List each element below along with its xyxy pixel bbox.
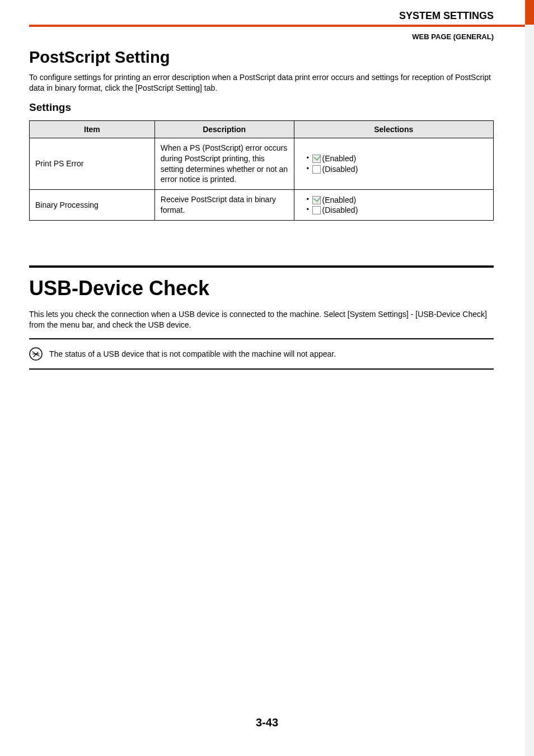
cell-item: Print PS Error [30, 138, 155, 190]
selection-option: (Disabled) [307, 205, 488, 215]
note-rule-bot [29, 368, 494, 370]
th-item: Item [30, 120, 155, 138]
selection-option: (Enabled) [307, 195, 488, 205]
selection-label: (Enabled) [322, 195, 357, 204]
cell-item: Binary Processing [30, 190, 155, 221]
section2-heading: USB-Device Check [29, 277, 494, 300]
th-description: Description [154, 120, 294, 138]
checkbox-icon [312, 196, 321, 204]
section-divider [29, 265, 494, 268]
checkbox-icon [312, 206, 321, 214]
section1-subheading: Settings [29, 101, 494, 114]
selection-option: (Enabled) [307, 153, 488, 164]
section2-intro: This lets you check the connection when … [29, 309, 494, 330]
header-rule [29, 25, 525, 27]
note-row: The status of a USB device that is not c… [29, 345, 494, 363]
note-rule-top [29, 338, 494, 339]
table-row: Print PS Error When a PS (PostScript) er… [30, 138, 494, 190]
cell-selections: (Enabled) (Disabled) [294, 138, 493, 190]
side-tab-accent [525, 0, 534, 25]
th-selections: Selections [294, 120, 493, 138]
selection-label: (Enabled) [322, 154, 357, 163]
checkbox-icon [312, 165, 321, 174]
breadcrumb: WEB PAGE (GENERAL) [412, 32, 494, 41]
section1-heading: PostScript Setting [29, 48, 494, 67]
checkbox-icon [312, 155, 321, 163]
cell-description: Receive PostScript data in binary format… [154, 190, 294, 221]
selection-label: (Disabled) [322, 165, 358, 174]
section1-intro: To configure settings for printing an er… [29, 72, 494, 94]
note-icon [29, 347, 43, 361]
settings-table: Item Description Selections Print PS Err… [29, 120, 494, 221]
selection-label: (Disabled) [322, 206, 358, 214]
cell-description: When a PS (PostScript) error occurs duri… [154, 138, 294, 190]
table-row: Binary Processing Receive PostScript dat… [30, 190, 494, 221]
side-tab-grey [525, 25, 534, 756]
selection-option: (Disabled) [307, 164, 488, 174]
cell-selections: (Enabled) (Disabled) [294, 190, 493, 221]
note-text: The status of a USB device that is not c… [49, 349, 336, 358]
page-header-title: SYSTEM SETTINGS [399, 10, 494, 22]
page-number: 3-43 [0, 716, 534, 729]
